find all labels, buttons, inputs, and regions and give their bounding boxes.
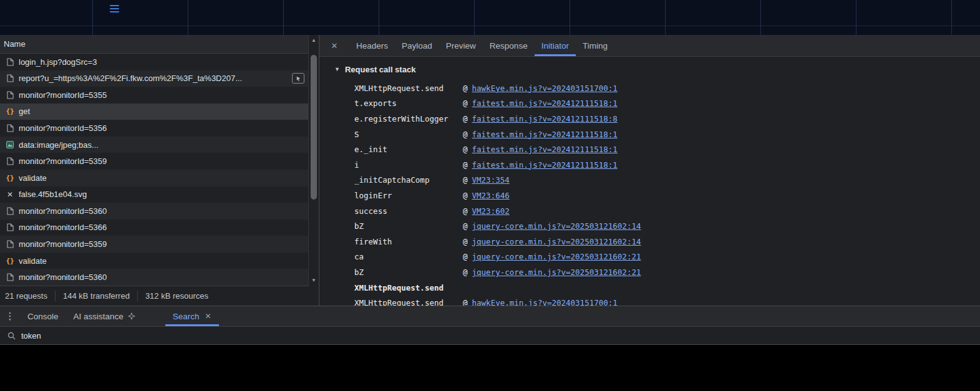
at-symbol: @: [463, 221, 468, 231]
source-location-link[interactable]: hawkEye.min.js?v=202403151700:1: [472, 84, 618, 93]
network-request-row[interactable]: monitor?monitorId=5356: [0, 120, 308, 137]
request-name: monitor?monitorId=5366: [19, 223, 308, 232]
network-request-row[interactable]: monitor?monitorId=5360: [0, 269, 308, 286]
source-location-link[interactable]: VM23:354: [472, 175, 510, 185]
source-location-link[interactable]: jquery-core.min.js?v=202503121602:21: [472, 268, 641, 277]
stack-function-name: loginErr: [354, 191, 463, 200]
drawer-tab-ai-assistance[interactable]: AI assistance: [66, 306, 143, 326]
browser-screen: Name: [0, 0, 980, 391]
stack-function-name: bZ: [354, 221, 463, 231]
document-icon: [7, 91, 14, 99]
network-request-row[interactable]: monitor?monitorId=5360: [0, 203, 308, 220]
at-symbol: @: [463, 175, 468, 185]
drawer-menu-icon[interactable]: [0, 306, 20, 326]
request-type-icon: [5, 256, 15, 266]
request-name: login_h.jsp?dogSrc=3: [19, 57, 308, 67]
stack-frame-row: loginErr @ VM23:646: [354, 188, 980, 203]
script-icon: [6, 257, 14, 265]
stack-function-name: XMLHttpRequest.send: [354, 298, 463, 306]
request-type-icon: [5, 173, 15, 183]
source-location-link[interactable]: VM23:602: [472, 206, 510, 216]
drawer-tab-search[interactable]: Search: [165, 306, 219, 326]
source-location-link[interactable]: faitest.min.js?v=202412111518:8: [472, 114, 618, 123]
request-type-icon: [5, 123, 15, 133]
drawer-tab-console[interactable]: Console: [20, 306, 66, 326]
network-name-column-header[interactable]: Name: [0, 35, 319, 54]
request-type-icon: [5, 190, 15, 200]
requests-count: 21 requests: [0, 291, 56, 301]
devtools-window: Name: [0, 35, 980, 306]
devtools-drawer: Console AI assistance Search: [0, 306, 980, 345]
source-location-link[interactable]: jquery-core.min.js?v=202503121602:21: [472, 252, 641, 261]
stack-frame-row: bZ @ jquery-core.min.js?v=202503121602:1…: [354, 218, 980, 234]
document-icon: [7, 74, 14, 82]
stack-frame-row: S @ faitest.min.js?v=202412111518:1: [354, 127, 980, 142]
stack-frame-row: bZ @ jquery-core.min.js?v=202503121602:2…: [354, 264, 980, 280]
document-icon: [7, 124, 14, 132]
failed-request-icon: [7, 190, 13, 199]
tab-response[interactable]: Response: [483, 35, 535, 56]
source-location-link[interactable]: jquery-core.min.js?v=202503121602:14: [472, 221, 641, 231]
network-request-row[interactable]: monitor?monitorId=5359: [0, 153, 308, 170]
network-request-row[interactable]: get: [0, 104, 308, 120]
stack-function-name: XMLHttpRequest.send: [354, 283, 444, 292]
search-input[interactable]: [21, 331, 283, 340]
request-details-panel: Headers Payload Preview Response Initiat…: [319, 35, 980, 306]
network-request-row[interactable]: false.4f5b1e04.svg: [0, 186, 308, 203]
request-name: report?u_=https%3A%2F%2Fi.fkw.com%2F%3F_…: [19, 74, 292, 83]
stack-function-name: e._init: [354, 145, 463, 154]
close-search-icon[interactable]: [205, 312, 211, 321]
network-request-row[interactable]: report?u_=https%3A%2F%2Fi.fkw.com%2F%3F_…: [0, 70, 308, 87]
source-location-link[interactable]: faitest.min.js?v=202412111518:1: [472, 130, 618, 139]
request-type-icon: [5, 239, 15, 249]
tab-timing[interactable]: Timing: [576, 35, 614, 56]
request-type-icon: [5, 90, 15, 100]
request-name: get: [19, 107, 308, 116]
stack-function-name: XMLHttpRequest.send: [354, 84, 463, 93]
network-request-row[interactable]: validate: [0, 253, 308, 269]
page-menu-icon[interactable]: [110, 5, 119, 12]
network-request-row[interactable]: monitor?monitorId=5355: [0, 87, 308, 104]
network-scrollbar[interactable]: [308, 35, 319, 286]
scrollbar-thumb[interactable]: [311, 55, 317, 200]
request-name: monitor?monitorId=5359: [19, 239, 308, 249]
source-location-link[interactable]: faitest.min.js?v=202412111518:1: [472, 160, 618, 170]
tab-payload[interactable]: Payload: [395, 35, 439, 56]
network-request-row[interactable]: monitor?monitorId=5359: [0, 236, 308, 253]
request-name: data:image/jpeg;bas...: [19, 140, 308, 150]
source-location-link[interactable]: VM23:646: [472, 191, 510, 200]
source-location-link[interactable]: faitest.min.js?v=202412111518:1: [472, 99, 618, 108]
request-call-stack-header[interactable]: Request call stack: [319, 59, 980, 79]
initiator-content: Request call stack XMLHttpRequest.send @…: [319, 57, 980, 306]
console-tab-label: Console: [27, 312, 59, 321]
scroll-up-icon[interactable]: [309, 36, 319, 45]
stack-function-name: i: [354, 160, 463, 170]
source-location-link[interactable]: jquery-core.min.js?v=202503121602:14: [472, 237, 641, 246]
tab-headers[interactable]: Headers: [349, 35, 395, 56]
at-symbol: @: [463, 160, 468, 170]
document-icon: [7, 207, 14, 215]
call-stack-title: Request call stack: [345, 65, 415, 74]
at-symbol: @: [463, 237, 468, 246]
tab-initiator[interactable]: Initiator: [535, 35, 576, 56]
search-tab-label: Search: [173, 312, 200, 321]
source-location-link[interactable]: faitest.min.js?v=202412111518:1: [472, 145, 618, 154]
request-name: monitor?monitorId=5356: [19, 123, 308, 133]
network-request-row[interactable]: validate: [0, 170, 308, 186]
close-details-icon[interactable]: [319, 35, 349, 56]
search-bar: [0, 326, 980, 345]
source-location-link[interactable]: hawkEye.min.js?v=202403151700:1: [472, 298, 618, 306]
scroll-down-icon[interactable]: [309, 276, 319, 285]
network-request-row[interactable]: data:image/jpeg;bas...: [0, 137, 308, 153]
stack-frame-row: i @ faitest.min.js?v=202412111518:1: [354, 157, 980, 173]
network-request-row[interactable]: monitor?monitorId=5366: [0, 220, 308, 236]
tab-preview[interactable]: Preview: [439, 35, 483, 56]
network-request-list: login_h.jsp?dogSrc=3: [0, 54, 319, 286]
request-type-icon: [5, 107, 15, 117]
stack-frame-row: t.exports @ faitest.min.js?v=20241211151…: [354, 96, 980, 112]
at-symbol: @: [463, 99, 468, 108]
network-request-row[interactable]: login_h.jsp?dogSrc=3: [0, 54, 308, 70]
at-symbol: @: [463, 206, 468, 216]
request-name: validate: [19, 173, 308, 183]
stack-frame-row: XMLHttpRequest.send @ hawkEye.min.js?v=2…: [354, 295, 980, 306]
